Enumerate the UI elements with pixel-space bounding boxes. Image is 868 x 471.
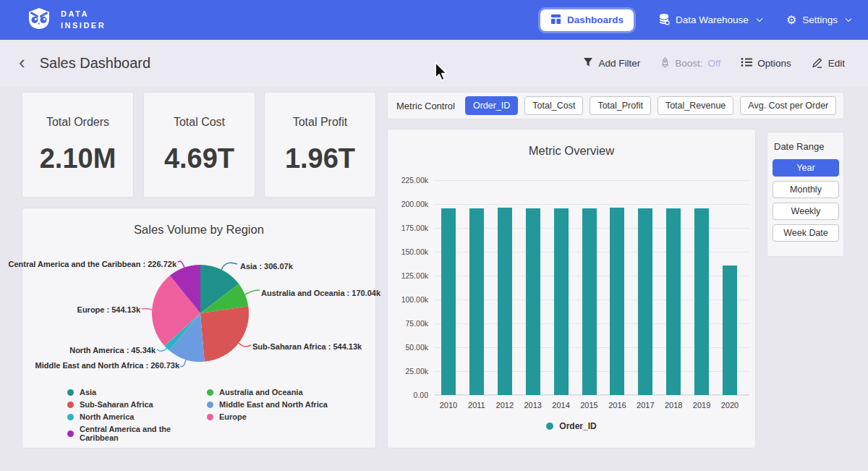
brand[interactable]: DATAINSIDER [26,7,106,33]
gridline [435,180,749,181]
gridline [435,395,749,396]
legend-item-australia-and-oceania: Australia and Oceania [207,388,328,396]
y-tick-label: 175.00k [401,224,428,232]
y-tick-label: 100.00k [401,295,428,304]
back-button[interactable]: ‹ [19,53,25,75]
pie-callout-middle-east-and-north-africa: Middle East and North Africa : 260.73k [35,361,179,370]
x-tick-label-2020: 2020 [715,401,744,410]
pie-chart-area: Asia : 306.07k Australia and Oceania : 1… [22,237,377,386]
edit-button[interactable]: Edit [812,57,845,70]
owl-logo-icon [26,7,52,33]
chevron-down-icon [846,15,851,21]
legend-dot [67,414,74,420]
nav-settings-label: Settings [802,14,838,25]
y-tick-label: 25.00k [405,367,428,375]
legend-item-sub-saharan-africa: Sub-Saharan Africa [67,400,207,409]
legend-item-middle-east-and-north-africa: Middle East and North Africa [207,400,328,409]
boost-toggle[interactable]: Boost: Off [660,57,720,70]
bar-chart-plot-area [435,180,749,395]
date-range-weekly-button[interactable]: Weekly [773,203,839,220]
nav-data-warehouse-menu[interactable]: Data Warehouse [658,13,762,27]
legend-item-europe: Europe [207,412,328,421]
legend-dot [67,430,74,437]
kpi-value: 2.10M [40,143,116,174]
legend-dot [67,389,74,396]
kpi-card-total-cost: Total Cost 4.69T [143,92,255,198]
pie-callout-north-america: North America : 45.34k [69,346,156,355]
legend-item-central-america-and-the-caribbean: Central America and the Caribbean [67,425,207,442]
legend-item-asia: Asia [67,388,207,396]
nav-settings-menu[interactable]: ⚙ Settings [786,14,851,26]
bar-2013[interactable] [526,208,540,395]
funnel-icon [583,57,593,69]
database-icon [658,13,670,27]
chevron-down-icon [757,15,762,21]
gridline [435,204,749,205]
bar-2014[interactable] [554,208,569,395]
bar-2015[interactable] [582,208,597,395]
x-tick-label-2015: 2015 [575,401,604,410]
kpi-card-total-profit: Total Profit 1.96T [264,92,376,198]
list-icon [741,57,752,69]
bar-2017[interactable] [638,208,652,395]
y-tick-label: 75.00k [405,319,428,328]
bar-chart-legend: Order_ID [388,421,755,431]
metric-button-total-revenue[interactable]: Total_Revenue [658,96,733,115]
bar-2012[interactable] [498,208,512,395]
pie-callout-australia-and-oceania: Australia and Oceania : 170.04k [261,289,380,297]
brand-text: DATAINSIDER [61,9,106,32]
pie-callout-sub-saharan-africa: Sub-Saharan Africa : 544.13k [252,342,362,351]
nav-dashboards-button[interactable]: Dashboards [540,9,634,31]
page-title: Sales Dashboard [40,55,150,72]
metric-button-order-id[interactable]: Order_ID [465,96,518,115]
y-tick-label: 200.00k [401,200,428,208]
pie-chart-title: Sales Volume by Region [22,223,375,237]
kpi-label: Total Orders [46,116,109,129]
pie-callout-asia: Asia : 306.07k [240,262,293,271]
x-tick-label-2018: 2018 [659,401,688,410]
legend-label: Australia and Oceania [219,388,303,396]
x-tick-label-2013: 2013 [519,401,548,410]
bar-2011[interactable] [469,208,484,395]
y-tick-label: 225.00k [401,176,428,184]
kpi-value: 1.96T [285,143,355,174]
gear-icon: ⚙ [786,14,796,26]
metric-control-bar: Metric Control Order_ID Total_Cost Total… [387,92,844,119]
pie-slice-sub-saharan-africa[interactable] [200,306,249,361]
y-tick-label: 50.00k [405,343,428,352]
metric-control-label: Metric Control [396,101,455,111]
kpi-label: Total Profit [293,116,348,129]
bar-2020[interactable] [723,266,737,395]
bar-2010[interactable] [441,208,456,395]
date-range-week-date-button[interactable]: Week Date [773,224,839,242]
metric-overview-chart-card: Metric Overview 225.00k200.00k175.00k150… [387,129,756,449]
page-header: ‹ Sales Dashboard Add Filter Boost: Off [0,40,868,87]
date-range-year-button[interactable]: Year [773,159,839,177]
x-tick-label-2012: 2012 [490,401,519,410]
options-button[interactable]: Options [741,57,791,69]
kpi-card-total-orders: Total Orders 2.10M [22,92,134,198]
legend-label: Sub-Saharan Africa [80,400,153,409]
y-tick-label: 125.00k [401,271,428,280]
legend-dot [207,389,213,396]
metric-button-avg-cost-per-order[interactable]: Avg. Cost per Order [740,96,836,115]
x-tick-label-2016: 2016 [603,401,631,410]
pie-callout-central-america: Central America and the Caribbean : 226.… [8,260,176,268]
x-tick-label-2010: 2010 [434,401,463,410]
metric-button-total-profit[interactable]: Total_Profit [590,96,651,115]
add-filter-button[interactable]: Add Filter [583,57,640,69]
legend-label: Order_ID [559,421,596,431]
date-range-label: Date Range [774,141,838,152]
legend-label: Asia [80,388,96,396]
pencil-icon [812,57,823,70]
bar-2018[interactable] [666,208,681,395]
legend-label: Central America and the Caribbean [80,425,207,442]
legend-dot [546,423,553,430]
legend-dot [207,402,213,408]
bar-2019[interactable] [694,208,709,395]
bar-2016[interactable] [610,208,624,395]
date-range-monthly-button[interactable]: Monthly [773,181,839,198]
kpi-label: Total Cost [174,116,225,129]
metric-button-total-cost[interactable]: Total_Cost [524,96,583,115]
sales-volume-by-region-card: Sales Volume by Region Asia : 306.07k Au… [22,208,376,449]
